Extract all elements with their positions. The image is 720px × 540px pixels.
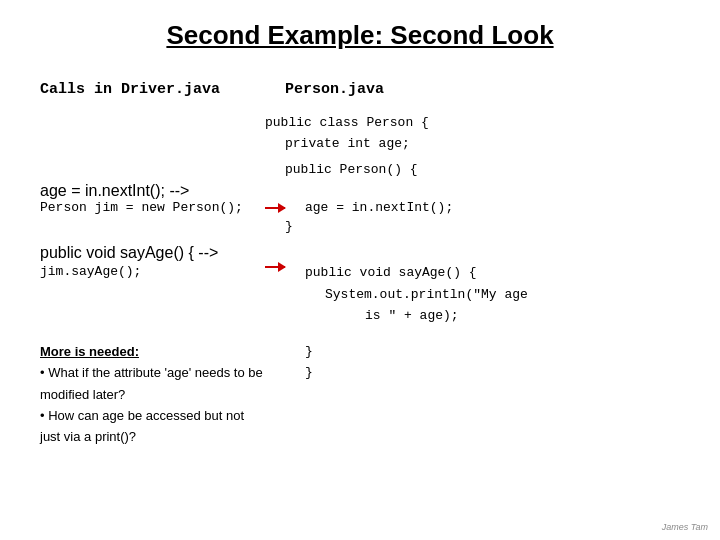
code-line-6: } xyxy=(285,219,680,234)
driver-header: Calls in Driver.java xyxy=(40,81,265,98)
slide-title: Second Example: Second Look xyxy=(40,20,680,51)
code-line-2: private int age; xyxy=(265,133,680,154)
more-needed-heading: More is needed: xyxy=(40,341,265,362)
code-line-1: public class Person { xyxy=(265,112,680,133)
say-age-code: public void sayAge() { System.out.printl… xyxy=(285,262,528,326)
code-line-5: age = in.nextInt(); xyxy=(285,200,453,215)
driver-stmt-2: jim.sayAge(); xyxy=(40,262,265,279)
slide: Second Example: Second Look Calls in Dri… xyxy=(0,0,720,540)
closing-braces: } } xyxy=(285,341,313,384)
watermark: James Tam xyxy=(662,522,708,532)
bullet1: • What if the attribute 'age' needs to b… xyxy=(40,362,265,405)
driver-stmt-1: Person jim = new Person(); xyxy=(40,200,265,215)
bullet2: • How can age be accessed but not just v… xyxy=(40,405,265,448)
arrow1 xyxy=(265,207,285,209)
code-line-4: public Person() { xyxy=(285,159,680,180)
person-header: Person.java xyxy=(285,81,384,106)
more-needed-section: More is needed: • What if the attribute … xyxy=(40,341,265,448)
arrow2 xyxy=(265,262,285,268)
